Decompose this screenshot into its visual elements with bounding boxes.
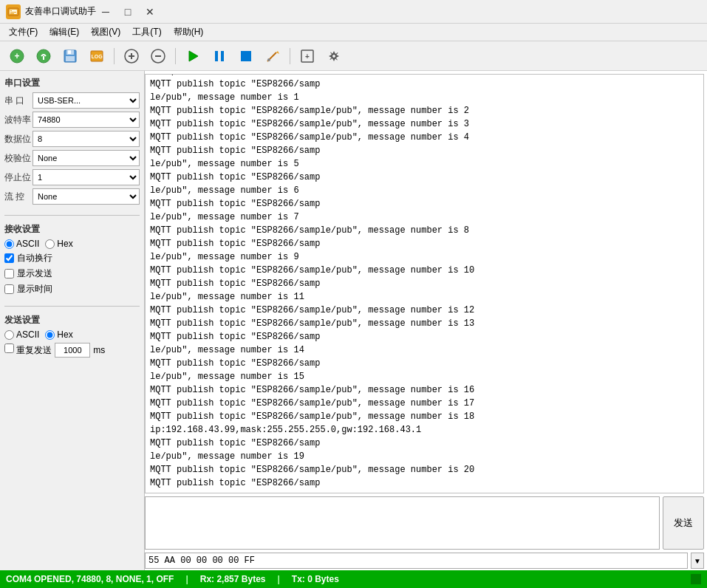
save-icon bbox=[62, 48, 78, 64]
output-display[interactable]: MQTT subscribe to topic ESP8266 /sample/… bbox=[145, 74, 704, 493]
svg-rect-3 bbox=[10, 12, 16, 13]
svg-rect-21 bbox=[215, 51, 218, 61]
auto-newline-check-label[interactable]: 自动换行 bbox=[4, 252, 52, 264]
repeat-interval-input[interactable] bbox=[55, 343, 90, 358]
show-send-check-label[interactable]: 显示发送 bbox=[4, 267, 52, 280]
send-ascii-radio[interactable] bbox=[4, 330, 14, 340]
svg-rect-23 bbox=[241, 51, 251, 61]
close-button[interactable]: ✕ bbox=[140, 4, 160, 19]
serial-section-title: 串口设置 bbox=[4, 77, 140, 89]
show-time-checkbox[interactable] bbox=[4, 284, 14, 294]
serial-port-select[interactable]: USB-SER... bbox=[33, 92, 140, 109]
status-right bbox=[685, 574, 701, 584]
menu-help[interactable]: 帮助(H) bbox=[168, 24, 210, 40]
databits-row: 数据位 8 bbox=[4, 131, 140, 147]
disconnect-button[interactable] bbox=[31, 45, 56, 67]
svg-text:+: + bbox=[305, 52, 310, 61]
svg-marker-25 bbox=[276, 51, 279, 54]
add-button[interactable] bbox=[119, 45, 144, 67]
baud-rate-row: 波特率 74880 bbox=[4, 112, 140, 128]
play-button[interactable] bbox=[180, 45, 205, 67]
svg-marker-20 bbox=[189, 51, 198, 61]
send-textarea[interactable] bbox=[145, 496, 660, 550]
send-hex-radio[interactable] bbox=[45, 330, 55, 340]
pause-button[interactable] bbox=[207, 45, 232, 67]
gear-icon bbox=[326, 48, 342, 64]
show-send-row: 显示发送 bbox=[4, 267, 140, 280]
toolbar-separator-2 bbox=[175, 48, 176, 64]
menubar: 文件(F) 编辑(E) 视图(V) 工具(T) 帮助(H) bbox=[0, 24, 707, 41]
hex-dropdown-button[interactable]: ▼ bbox=[691, 553, 704, 569]
remove-button[interactable] bbox=[146, 45, 171, 67]
script-button[interactable] bbox=[260, 45, 285, 67]
expand-button[interactable]: + bbox=[295, 45, 320, 67]
tx-bytes: Tx: 0 Bytes bbox=[292, 574, 339, 584]
show-time-check-label[interactable]: 显示时间 bbox=[4, 283, 52, 295]
databits-select[interactable]: 8 bbox=[33, 131, 140, 147]
auto-newline-checkbox[interactable] bbox=[4, 253, 14, 263]
pause-icon bbox=[211, 48, 228, 64]
baud-rate-select[interactable]: 74880 bbox=[33, 112, 140, 128]
stopbits-row: 停止位 1 bbox=[4, 169, 140, 185]
recv-ascii-radio[interactable] bbox=[4, 239, 14, 249]
settings-button[interactable] bbox=[321, 45, 346, 67]
stopbits-select[interactable]: 1 bbox=[33, 169, 140, 185]
repeat-send-row: 重复发送 ms bbox=[4, 343, 140, 358]
databits-label: 数据位 bbox=[4, 133, 33, 146]
send-format-group: ASCII Hex bbox=[4, 329, 140, 340]
connect-icon: + bbox=[9, 48, 25, 64]
recv-ascii-option[interactable]: ASCII bbox=[4, 239, 39, 249]
input-area: 发送 bbox=[145, 495, 707, 551]
menu-edit[interactable]: 编辑(E) bbox=[44, 24, 85, 40]
log-icon: LOG bbox=[89, 48, 105, 64]
divider-1 bbox=[4, 215, 140, 216]
flow-control-select[interactable]: None bbox=[33, 188, 140, 205]
parity-label: 校验位 bbox=[4, 152, 33, 165]
output-text: MQTT subscribe to topic ESP8266 /sample/… bbox=[150, 74, 699, 490]
divider-2 bbox=[4, 306, 140, 307]
hex-bar: ▼ bbox=[145, 551, 707, 570]
main-content: 串口设置 串 口 USB-SER... 波特率 74880 数据位 8 bbox=[0, 71, 707, 570]
app-title: 友善串口调试助手 bbox=[25, 5, 96, 18]
menu-view[interactable]: 视图(V) bbox=[85, 24, 126, 40]
remove-icon bbox=[150, 48, 166, 64]
stop-button[interactable] bbox=[233, 45, 259, 67]
svg-point-29 bbox=[332, 54, 336, 58]
send-hex-option[interactable]: Hex bbox=[45, 329, 72, 340]
titlebar: 友善串口调试助手 ─ □ ✕ bbox=[0, 0, 707, 24]
hex-input[interactable] bbox=[145, 553, 688, 569]
menu-file[interactable]: 文件(F) bbox=[3, 24, 44, 40]
recv-hex-radio[interactable] bbox=[45, 239, 55, 249]
toolbar-separator-3 bbox=[290, 48, 290, 64]
show-time-row: 显示时间 bbox=[4, 283, 140, 295]
output-section: MQTT subscribe to topic ESP8266 /sample/… bbox=[145, 71, 707, 570]
parity-select[interactable]: None bbox=[33, 150, 140, 166]
stopbits-label: 停止位 bbox=[4, 171, 33, 184]
window-controls: ─ □ ✕ bbox=[96, 4, 160, 19]
serial-port-label: 串 口 bbox=[4, 95, 33, 107]
send-ascii-option[interactable]: ASCII bbox=[4, 329, 39, 340]
svg-rect-11 bbox=[68, 50, 71, 54]
auto-newline-row: 自动换行 bbox=[4, 252, 140, 264]
repeat-send-check-label[interactable]: 重复发送 bbox=[4, 343, 52, 357]
minimize-button[interactable]: ─ bbox=[96, 4, 115, 19]
ms-label: ms bbox=[93, 345, 105, 355]
repeat-send-checkbox[interactable] bbox=[4, 343, 14, 353]
menu-tools[interactable]: 工具(T) bbox=[126, 24, 167, 40]
toolbar-separator-1 bbox=[114, 48, 115, 64]
svg-rect-4 bbox=[10, 13, 14, 14]
flow-control-row: 流 控 None bbox=[4, 188, 140, 205]
maximize-button[interactable]: □ bbox=[118, 4, 137, 19]
recv-hex-option[interactable]: Hex bbox=[45, 239, 72, 249]
recv-section-title: 接收设置 bbox=[4, 223, 140, 236]
play-icon bbox=[185, 48, 201, 64]
add-icon bbox=[123, 48, 140, 64]
svg-point-26 bbox=[267, 58, 270, 61]
show-send-checkbox[interactable] bbox=[4, 269, 14, 278]
log-button[interactable]: LOG bbox=[84, 45, 109, 67]
wand-icon bbox=[264, 48, 281, 64]
send-button[interactable]: 发送 bbox=[663, 496, 704, 550]
connect-button[interactable]: + bbox=[4, 45, 30, 67]
save-button[interactable] bbox=[58, 45, 83, 67]
com-status: COM4 OPENED, 74880, 8, NONE, 1, OFF bbox=[6, 574, 174, 584]
